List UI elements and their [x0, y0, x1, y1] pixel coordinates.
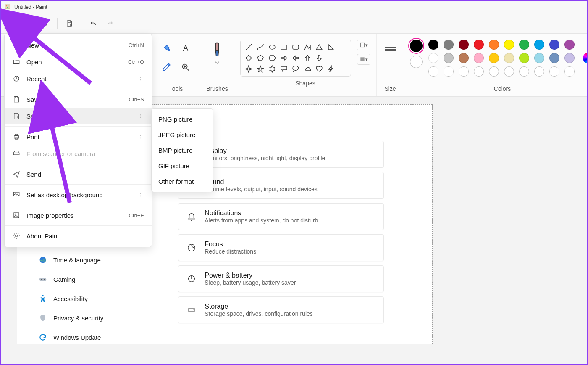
color-swatch[interactable]	[519, 53, 529, 63]
card-subtitle: Volume levels, output, input, sound devi…	[205, 186, 318, 193]
callout-oval-shape-icon[interactable]	[291, 64, 300, 74]
color-swatch[interactable]	[504, 53, 514, 63]
star5-shape-icon[interactable]	[256, 64, 265, 74]
star6-shape-icon[interactable]	[268, 64, 277, 74]
menu-properties[interactable]: Image propertiesCtrl+E	[5, 207, 152, 224]
curve-shape-icon[interactable]	[256, 42, 265, 52]
arrow-left-shape-icon[interactable]	[291, 53, 300, 63]
color-swatch[interactable]	[428, 53, 438, 63]
triangle-shape-icon[interactable]	[315, 42, 324, 52]
menu-print[interactable]: Print〉	[5, 128, 152, 145]
color-swatch-empty[interactable]	[444, 66, 454, 77]
nav-windows-update[interactable]: Windows Update	[35, 328, 107, 346]
color-swatch[interactable]	[549, 40, 559, 50]
text-tool-icon[interactable]	[177, 40, 194, 56]
save-as-bmp[interactable]: BMP picture	[152, 143, 213, 158]
new-icon	[12, 41, 21, 49]
color-swatch[interactable]	[459, 40, 469, 50]
menu-save[interactable]: SaveCtrl+S	[5, 91, 152, 108]
pentagon-shape-icon[interactable]	[256, 53, 265, 63]
color-swatch[interactable]	[474, 53, 484, 63]
nav-time-language[interactable]: Time & language	[35, 251, 107, 269]
color-swatch[interactable]	[474, 40, 484, 50]
size-dropdown[interactable]	[383, 40, 398, 55]
arrow-down-shape-icon[interactable]	[315, 53, 324, 63]
color-swatch[interactable]	[564, 53, 575, 63]
polygon-shape-icon[interactable]	[303, 42, 312, 52]
star4-shape-icon[interactable]	[244, 64, 253, 74]
menu-label: Print	[26, 133, 134, 140]
menu-about[interactable]: About Paint	[5, 227, 152, 244]
arrow-right-shape-icon[interactable]	[279, 53, 289, 63]
blank	[338, 53, 347, 63]
color-swatch-empty[interactable]	[428, 66, 438, 77]
color-swatch[interactable]	[549, 53, 559, 63]
color-swatch[interactable]	[564, 40, 575, 50]
line-shape-icon[interactable]	[244, 42, 253, 52]
menu-save-as[interactable]: Save as〉	[5, 108, 152, 124]
hexagon-shape-icon[interactable]	[268, 53, 277, 63]
shape-outline-dropdown[interactable]: ▾	[357, 40, 370, 50]
scanner-icon	[12, 149, 21, 158]
menu-shortcut: Ctrl+O	[128, 59, 144, 65]
nav-privacy[interactable]: Privacy & security	[35, 309, 107, 327]
separator	[5, 225, 152, 226]
magnifier-tool-icon[interactable]	[177, 59, 194, 76]
save-as-gif[interactable]: GIF picture	[152, 158, 213, 174]
color-swatch[interactable]	[504, 40, 514, 50]
annotation-arrow	[45, 114, 78, 208]
color-swatch-empty[interactable]	[534, 66, 544, 77]
color-swatch-empty[interactable]	[549, 66, 559, 77]
arrow-up-shape-icon[interactable]	[303, 53, 312, 63]
color-swatch[interactable]	[489, 53, 499, 63]
nav-gaming[interactable]: Gaming	[35, 270, 107, 288]
shape-fill-dropdown[interactable]: ▾	[357, 54, 370, 65]
card-subtitle: Alerts from apps and system, do not dist…	[205, 217, 318, 224]
rect-shape-icon[interactable]	[279, 42, 289, 52]
heart-shape-icon[interactable]	[315, 64, 324, 74]
color-swatch-empty[interactable]	[519, 66, 529, 77]
save-as-other[interactable]: Other format	[152, 174, 213, 189]
color-swatch-empty[interactable]	[474, 66, 484, 77]
lightning-shape-icon[interactable]	[326, 64, 336, 74]
right-triangle-shape-icon[interactable]	[326, 42, 336, 52]
save-as-jpeg[interactable]: JPEG picture	[152, 127, 213, 143]
brush-dropdown[interactable]	[206, 40, 228, 66]
card-power[interactable]: Power & batterySleep, battery usage, bat…	[178, 265, 384, 292]
card-focus[interactable]: FocusReduce distractions	[178, 234, 384, 261]
oval-shape-icon[interactable]	[268, 42, 277, 52]
eyedropper-tool-icon[interactable]	[158, 59, 175, 76]
callout-cloud-shape-icon[interactable]	[303, 64, 312, 74]
menu-file[interactable]: File	[4, 16, 26, 30]
svg-line-35	[50, 120, 70, 203]
color-swatch[interactable]	[444, 40, 454, 50]
color-swatch[interactable]	[534, 40, 544, 50]
paint-app-icon	[4, 4, 11, 11]
color-swatch-empty[interactable]	[504, 66, 514, 77]
redo-icon[interactable]	[102, 16, 118, 31]
callout-rect-shape-icon[interactable]	[279, 64, 289, 74]
color1-swatch[interactable]	[410, 40, 423, 52]
color-swatch[interactable]	[459, 53, 469, 63]
color-swatch-empty[interactable]	[489, 66, 499, 77]
color-swatch[interactable]	[534, 53, 544, 63]
ribbon-size: Size	[377, 34, 404, 96]
menu-desktop-bg[interactable]: Set as desktop background〉	[5, 186, 152, 203]
edit-colors-icon[interactable]	[583, 52, 588, 64]
card-storage[interactable]: StorageStorage space, drives, configurat…	[178, 296, 384, 323]
fill-tool-icon[interactable]	[158, 40, 175, 56]
roundrect-shape-icon[interactable]	[291, 42, 300, 52]
color-swatch[interactable]	[444, 53, 454, 63]
color-swatch[interactable]	[519, 40, 529, 50]
save-as-png[interactable]: PNG picture	[152, 111, 213, 127]
shapes-gallery[interactable]	[240, 40, 351, 77]
diamond-shape-icon[interactable]	[244, 53, 253, 63]
color-swatch[interactable]	[489, 40, 499, 50]
color-swatch[interactable]	[428, 40, 438, 50]
color-swatch-empty[interactable]	[459, 66, 469, 77]
nav-accessibility[interactable]: Accessibility	[35, 290, 107, 307]
menu-send[interactable]: Send	[5, 166, 152, 182]
card-notifications[interactable]: NotificationsAlerts from apps and system…	[178, 203, 384, 230]
color2-swatch[interactable]	[410, 56, 423, 68]
color-swatch-empty[interactable]	[564, 66, 575, 77]
